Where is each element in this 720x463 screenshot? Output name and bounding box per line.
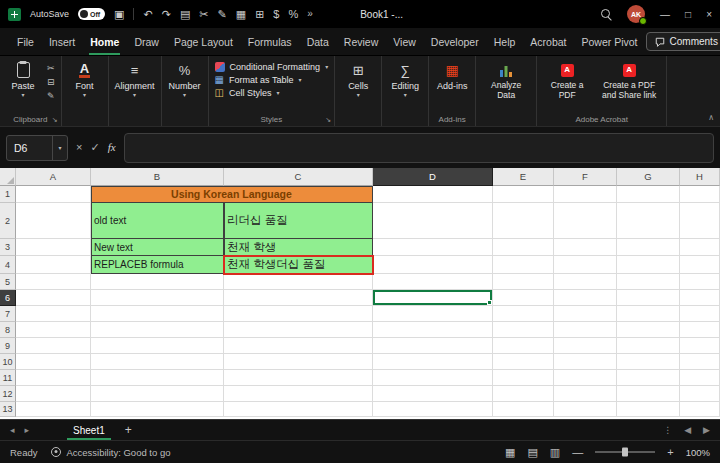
cell-D9[interactable] — [373, 338, 493, 354]
row-header-4[interactable]: 4 — [0, 256, 16, 274]
minimize-button[interactable]: — — [660, 9, 670, 20]
cell-G12[interactable] — [617, 386, 680, 402]
cell-C7[interactable] — [224, 306, 373, 322]
cell-A4[interactable] — [16, 256, 91, 274]
cell-F8[interactable] — [554, 322, 617, 338]
tab-insert[interactable]: Insert — [42, 28, 82, 55]
cell-G6[interactable] — [617, 290, 680, 306]
cell-H9[interactable] — [680, 338, 720, 354]
number-menu-button[interactable]: % Number ▾ — [168, 61, 202, 98]
cell-H13[interactable] — [680, 402, 720, 417]
format-as-table-button[interactable]: ▦ Format as Table ▾ — [215, 75, 329, 85]
column-header-G[interactable]: G — [617, 168, 680, 186]
cell-B12[interactable] — [91, 386, 224, 402]
tab-home[interactable]: Home — [83, 28, 126, 55]
tab-page-layout[interactable]: Page Layout — [167, 28, 240, 55]
enter-icon[interactable]: ✓ — [90, 142, 99, 153]
cell-F12[interactable] — [554, 386, 617, 402]
sheet-menu-icon[interactable]: ⋮ — [663, 426, 672, 435]
tab-review[interactable]: Review — [337, 28, 385, 55]
row-header-1[interactable]: 1 — [0, 186, 16, 203]
clipboard-qat-icon[interactable]: ▤ — [180, 9, 190, 20]
sheet-tab-sheet1[interactable]: Sheet1 — [63, 420, 115, 440]
cell-G4[interactable] — [617, 256, 680, 274]
cell-D10[interactable] — [373, 354, 493, 370]
column-header-H[interactable]: H — [680, 168, 720, 186]
addins-button[interactable]: ▦ Add-ins — [435, 61, 469, 91]
cell-D3[interactable] — [373, 239, 493, 256]
sheet-nav-right-icon[interactable]: ▸ — [25, 426, 30, 435]
cell-B2[interactable]: old text — [91, 203, 224, 239]
cell-E12[interactable] — [493, 386, 554, 402]
cell-C8[interactable] — [224, 322, 373, 338]
cell-C9[interactable] — [224, 338, 373, 354]
row-header-6[interactable]: 6 — [0, 290, 16, 306]
format-painter-qat-icon[interactable]: ✎ — [218, 9, 227, 20]
zoom-out-button[interactable]: — — [572, 447, 583, 458]
cell-C3[interactable]: 천재 학생 — [224, 239, 373, 256]
name-box-caret-icon[interactable]: ▾ — [52, 136, 67, 160]
cell-E13[interactable] — [493, 402, 554, 417]
cell-E4[interactable] — [493, 256, 554, 274]
cell-C2[interactable]: 리더십 품질 — [224, 203, 373, 239]
cell-H1[interactable] — [680, 186, 720, 203]
maximize-button[interactable]: □ — [685, 9, 691, 20]
cell-A5[interactable] — [16, 274, 91, 290]
column-header-D[interactable]: D — [373, 168, 493, 186]
cell-A6[interactable] — [16, 290, 91, 306]
tab-file[interactable]: File — [10, 28, 41, 55]
tab-view[interactable]: View — [386, 28, 423, 55]
row-header-2[interactable]: 2 — [0, 203, 16, 239]
cell-E10[interactable] — [493, 354, 554, 370]
cell-D6[interactable] — [373, 290, 493, 306]
column-header-B[interactable]: B — [91, 168, 224, 186]
row-header-10[interactable]: 10 — [0, 354, 16, 370]
cell-E2[interactable] — [493, 203, 554, 239]
excel-app-icon[interactable] — [8, 8, 21, 21]
row-header-12[interactable]: 12 — [0, 386, 16, 402]
cell-H8[interactable] — [680, 322, 720, 338]
hscroll-right-icon[interactable]: ▶ — [703, 426, 710, 435]
analyze-data-button[interactable]: Analyze Data — [482, 61, 530, 101]
currency-qat-icon[interactable]: $ — [273, 9, 279, 20]
cell-E1[interactable] — [493, 186, 554, 203]
row-header-7[interactable]: 7 — [0, 306, 16, 322]
cell-G8[interactable] — [617, 322, 680, 338]
cell-B11[interactable] — [91, 370, 224, 386]
cell-B8[interactable] — [91, 322, 224, 338]
cell-D13[interactable] — [373, 402, 493, 417]
cell-B5[interactable] — [91, 274, 224, 290]
cell-B9[interactable] — [91, 338, 224, 354]
cell-E6[interactable] — [493, 290, 554, 306]
zoom-slider[interactable] — [595, 451, 655, 453]
name-box[interactable]: D6 ▾ — [6, 135, 68, 161]
cancel-icon[interactable]: × — [76, 142, 82, 153]
hscroll-left-icon[interactable]: ◀ — [684, 426, 691, 435]
cell-D4[interactable] — [373, 256, 493, 274]
page-break-view-icon[interactable]: ▥ — [550, 447, 560, 458]
cell-A10[interactable] — [16, 354, 91, 370]
cell-G3[interactable] — [617, 239, 680, 256]
cell-C13[interactable] — [224, 402, 373, 417]
cell-F7[interactable] — [554, 306, 617, 322]
autosave-toggle[interactable]: Off — [78, 8, 105, 20]
cell-D12[interactable] — [373, 386, 493, 402]
cut-qat-icon[interactable]: ✂ — [199, 9, 208, 20]
cell-H7[interactable] — [680, 306, 720, 322]
cell-C5[interactable] — [224, 274, 373, 290]
cell-G13[interactable] — [617, 402, 680, 417]
create-pdf-button[interactable]: A Create a PDF — [543, 61, 591, 101]
formula-input[interactable] — [124, 133, 714, 163]
cut-icon[interactable]: ✂ — [47, 64, 55, 73]
tab-power-pivot[interactable]: Power Pivot — [575, 28, 645, 55]
tab-data[interactable]: Data — [300, 28, 336, 55]
zoom-in-button[interactable]: + — [667, 447, 673, 458]
cell-A9[interactable] — [16, 338, 91, 354]
cell-E8[interactable] — [493, 322, 554, 338]
zoom-level[interactable]: 100% — [686, 447, 710, 458]
cell-F10[interactable] — [554, 354, 617, 370]
accessibility-status[interactable]: Accessibility: Good to go — [51, 447, 170, 458]
cell-F2[interactable] — [554, 203, 617, 239]
cells-menu-button[interactable]: ⊞ Cells ▾ — [341, 61, 375, 98]
tab-formulas[interactable]: Formulas — [241, 28, 299, 55]
